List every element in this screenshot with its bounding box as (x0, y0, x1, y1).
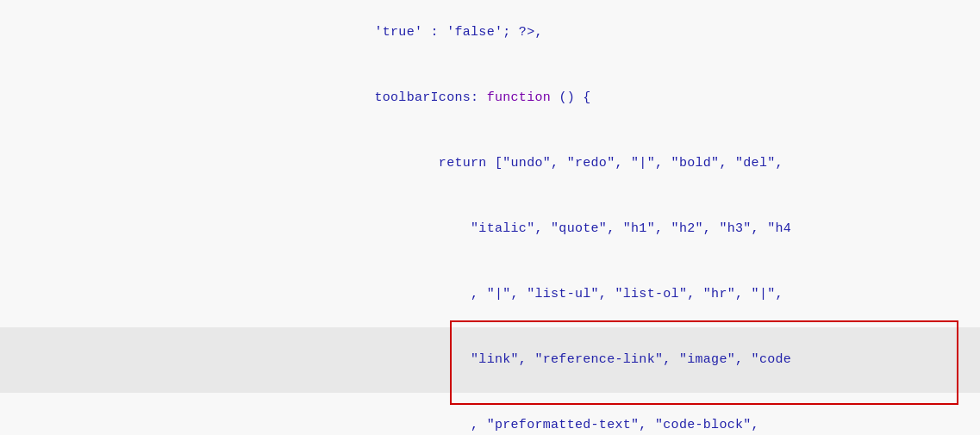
code-text: "link", "reference-link", "image", "code (374, 352, 791, 367)
code-line-1: 'true' : 'false'; ?>, (0, 0, 980, 65)
code-line-6: "link", "reference-link", "image", "code (0, 327, 980, 393)
code-text: () { (551, 90, 591, 105)
code-line-4: "italic", "quote", "h1", "h2", "h3", "h4 (0, 196, 980, 262)
keyword-function: function (487, 90, 551, 105)
code-container: 'true' : 'false'; ?>, toolbarIcons: func… (0, 0, 980, 435)
code-text: 'true' : 'false'; ?>, (374, 25, 542, 40)
code-text: toolbarIcons: (374, 90, 486, 105)
code-text: , "|", "list-ul", "list-ol", "hr", "|", (374, 287, 783, 301)
code-lines: 'true' : 'false'; ?>, toolbarIcons: func… (0, 0, 980, 435)
code-line-2: toolbarIcons: function () { (0, 65, 980, 131)
code-line-5: , "|", "list-ul", "list-ol", "hr", "|", (0, 262, 980, 327)
code-text: "italic", "quote", "h1", "h2", "h3", "h4 (374, 221, 791, 236)
code-line-7: , "preformatted-text", "code-block", (0, 393, 980, 435)
code-text: return ["undo", "redo", "|", "bold", "de… (374, 156, 783, 171)
code-text: , "preformatted-text", "code-block", (374, 418, 758, 432)
code-line-3: return ["undo", "redo", "|", "bold", "de… (0, 131, 980, 196)
